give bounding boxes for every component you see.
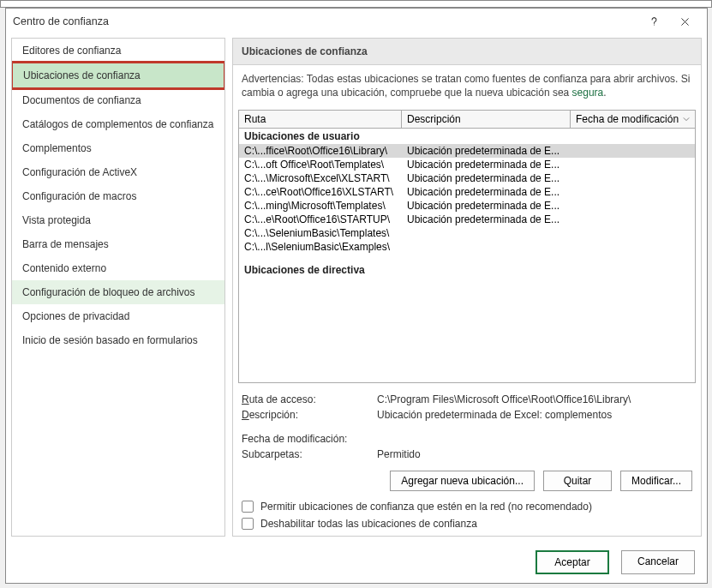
nav-addins[interactable]: Complementos	[12, 136, 224, 160]
table-row[interactable]: C:\...l\SeleniumBasic\Examples\	[239, 240, 695, 254]
detail-path-label: Ruta de acceso:	[242, 393, 377, 405]
col-desc-label: Descripción	[407, 113, 461, 125]
background-window	[0, 0, 712, 8]
cell-desc: Ubicación predeterminada de E...	[402, 213, 571, 225]
cell-desc: Ubicación predeterminada de E...	[402, 200, 571, 212]
warning-line1: Advertencias: Todas estas ubicaciones se…	[242, 73, 690, 85]
section-policy: Ubicaciones de directiva	[239, 262, 695, 278]
table-row[interactable]: C:\...ce\Root\Office16\XLSTART\ Ubicació…	[239, 185, 695, 199]
col-date-label: Fecha de modificación	[576, 113, 679, 125]
table-row[interactable]: C:\...ffice\Root\Office16\Library\ Ubica…	[239, 144, 695, 158]
nav-protected-view[interactable]: Vista protegida	[12, 208, 224, 232]
table-header: Ruta Descripción Fecha de modificación	[239, 111, 695, 129]
close-button[interactable]	[669, 9, 700, 33]
allow-network-label: Permitir ubicaciones de confianza que es…	[260, 501, 592, 513]
cell-date	[571, 145, 695, 157]
cell-path: C:\...e\Root\Office16\STARTUP\	[239, 213, 402, 225]
nav-macros[interactable]: Configuración de macros	[12, 184, 224, 208]
panel-heading: Ubicaciones de confianza	[233, 39, 701, 65]
cell-desc: Ubicación predeterminada de E...	[402, 172, 571, 184]
sort-icon	[683, 116, 690, 123]
cell-desc: Ubicación predeterminada de E...	[402, 159, 571, 171]
cell-path: C:\...ce\Root\Office16\XLSTART\	[239, 186, 402, 198]
cell-path: C:\...ffice\Root\Office16\Library\	[239, 145, 402, 157]
help-button[interactable]	[638, 9, 669, 33]
window-title: Centro de confianza	[13, 15, 638, 27]
detail-path-value: C:\Program Files\Microsoft Office\Root\O…	[377, 393, 692, 405]
close-icon	[679, 16, 691, 27]
nav-trusted-publishers[interactable]: Editores de confianza	[12, 39, 224, 63]
nav-activex[interactable]: Configuración de ActiveX	[12, 160, 224, 184]
content-area: Editores de confianza Ubicaciones de con…	[6, 34, 707, 542]
nav-addin-catalogs[interactable]: Catálogos de complementos de confianza	[12, 112, 224, 136]
ok-button[interactable]: Aceptar	[535, 550, 609, 574]
cell-desc	[402, 241, 571, 253]
warning-text: Advertencias: Todas estas ubicaciones se…	[233, 65, 701, 106]
cancel-button[interactable]: Cancelar	[621, 550, 695, 574]
cell-date	[571, 213, 695, 225]
highlight-box: Ubicaciones de confianza	[11, 61, 225, 90]
cell-path: C:\...ming\Microsoft\Templates\	[239, 200, 402, 212]
detail-date-value	[377, 433, 692, 445]
nav-privacy[interactable]: Opciones de privacidad	[12, 304, 224, 328]
nav-trusted-locations[interactable]: Ubicaciones de confianza	[13, 63, 224, 87]
cell-desc	[402, 227, 571, 239]
cell-path: C:\...l\SeleniumBasic\Examples\	[239, 241, 402, 253]
dialog-footer: Aceptar Cancelar	[6, 542, 707, 583]
disable-all-label: Deshabilitar todas las ubicaciones de co…	[260, 518, 477, 530]
remove-button[interactable]: Quitar	[543, 471, 612, 491]
locations-table: Ruta Descripción Fecha de modificación U…	[238, 110, 696, 383]
details-panel: Ruta de acceso:C:\Program Files\Microsof…	[233, 383, 701, 467]
location-buttons: Agregar nueva ubicación... Quitar Modifi…	[233, 467, 701, 498]
table-row[interactable]: C:\...e\Root\Office16\STARTUP\ Ubicación…	[239, 213, 695, 226]
cell-desc: Ubicación predeterminada de E...	[402, 186, 571, 198]
detail-desc-value: Ubicación predeterminada de Excel: compl…	[377, 409, 692, 421]
sidebar: Editores de confianza Ubicaciones de con…	[11, 38, 225, 537]
allow-network-checkbox-row[interactable]: Permitir ubicaciones de confianza que es…	[233, 498, 701, 515]
checkbox-icon	[242, 518, 254, 530]
cell-path: C:\...\Microsoft\Excel\XLSTART\	[239, 172, 402, 184]
nav-message-bar[interactable]: Barra de mensajes	[12, 232, 224, 256]
checkbox-icon	[242, 501, 254, 513]
cell-path: C:\...oft Office\Root\Templates\	[239, 159, 402, 171]
table-row[interactable]: C:\...oft Office\Root\Templates\ Ubicaci…	[239, 158, 695, 171]
detail-sub-label: Subcarpetas:	[242, 448, 377, 460]
main-panel: Ubicaciones de confianza Advertencias: T…	[232, 38, 702, 537]
cell-date	[571, 159, 695, 171]
table-row[interactable]: C:\...\SeleniumBasic\Templates\	[239, 226, 695, 240]
add-location-button[interactable]: Agregar nueva ubicación...	[390, 471, 535, 491]
col-date[interactable]: Fecha de modificación	[571, 111, 695, 128]
help-icon	[649, 16, 660, 27]
titlebar: Centro de confianza	[6, 9, 707, 34]
nav-external-content[interactable]: Contenido externo	[12, 256, 224, 280]
nav-form-login[interactable]: Inicio de sesión basado en formularios	[12, 328, 224, 352]
table-row[interactable]: C:\...\Microsoft\Excel\XLSTART\ Ubicació…	[239, 171, 695, 185]
cell-desc: Ubicación predeterminada de E...	[402, 145, 571, 157]
detail-date-label: Fecha de modificación:	[242, 433, 377, 445]
modify-button[interactable]: Modificar...	[620, 471, 692, 491]
col-path-label: Ruta	[244, 113, 266, 125]
detail-sub-value: Permitido	[377, 448, 692, 460]
cell-date	[571, 241, 695, 253]
col-desc[interactable]: Descripción	[402, 111, 571, 128]
nav-trusted-documents[interactable]: Documentos de confianza	[12, 88, 224, 112]
cell-date	[571, 200, 695, 212]
disable-all-checkbox-row[interactable]: Deshabilitar todas las ubicaciones de co…	[233, 515, 701, 532]
table-row[interactable]: C:\...ming\Microsoft\Templates\ Ubicació…	[239, 199, 695, 213]
table-body[interactable]: Ubicaciones de usuario C:\...ffice\Root\…	[239, 129, 695, 382]
warning-line2c: .	[603, 87, 606, 99]
warning-line2a: cambia o agrega una ubicación, compruebe…	[242, 87, 572, 99]
cell-date	[571, 172, 695, 184]
col-path[interactable]: Ruta	[239, 111, 402, 128]
cell-path: C:\...\SeleniumBasic\Templates\	[239, 227, 402, 239]
trust-center-dialog: Centro de confianza Editores de confianz…	[5, 8, 708, 584]
detail-desc-label: Descripción:	[242, 409, 377, 421]
cell-date	[571, 186, 695, 198]
section-user: Ubicaciones de usuario	[239, 129, 695, 144]
warning-link[interactable]: segura	[572, 87, 604, 99]
cell-date	[571, 227, 695, 239]
nav-file-block[interactable]: Configuración de bloqueo de archivos	[12, 280, 224, 304]
